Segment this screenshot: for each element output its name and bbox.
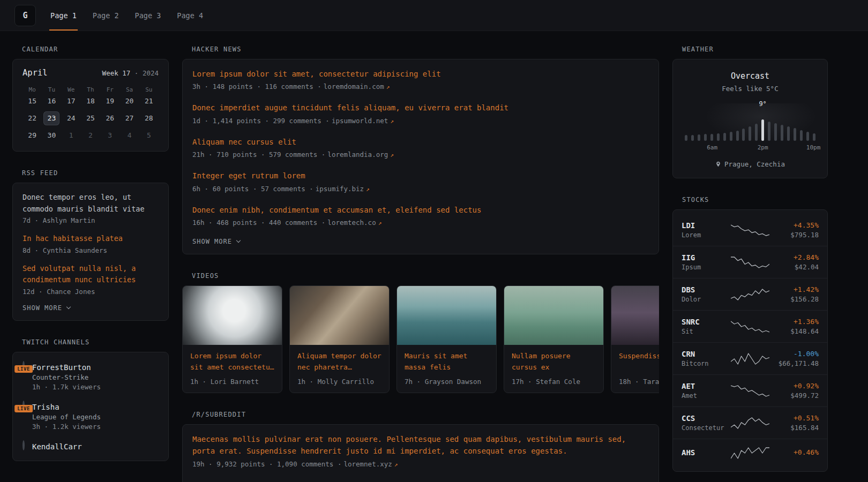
news-item-domain-link[interactable]: ipsumify.biz↗	[316, 185, 370, 193]
news-item: Aliquam nec cursus elit 21h · 710 points…	[192, 136, 649, 159]
weather-bar	[730, 132, 732, 141]
stock-identity: CCS Consectetur	[682, 414, 729, 432]
page-tab[interactable]: Page 2	[92, 0, 120, 31]
twitch-widget: TWITCH CHANNELS LIVE ForrestBurton Count…	[12, 338, 169, 461]
news-item-domain-link[interactable]: loremtech.co↗	[327, 219, 381, 227]
weather-time-label: 6am	[707, 144, 717, 151]
news-item-link[interactable]: Integer eget rutrum lorem	[192, 170, 649, 182]
rss-item-link[interactable]: Sed volutpat nulla nisl, a condimentum n…	[23, 263, 159, 286]
calendar-day-header: Sa	[119, 84, 139, 94]
weather-bar	[813, 133, 815, 141]
stock-name: Sit	[682, 328, 729, 335]
stocks-card: LDI Lorem +4.35% $795.18 IIG Ipsum	[672, 209, 828, 472]
calendar-week-number: Week 17	[102, 69, 131, 77]
twitch-channel[interactable]: KendallCarr	[13, 436, 168, 456]
external-link-icon: ↗	[390, 152, 394, 159]
calendar-day: 2	[83, 129, 99, 142]
videos-widget: VIDEOS Lorem ipsum dolor sit amet consec…	[182, 272, 659, 393]
stock-row: AHS +0.46%	[673, 439, 827, 467]
calendar-month: April	[23, 68, 48, 78]
video-title-link[interactable]: Lorem ipsum dolor sit amet consectetu…	[190, 351, 274, 373]
video-thumbnail[interactable]	[290, 286, 389, 345]
calendar-header: April Week 17 · 2024	[23, 68, 159, 78]
news-item-link[interactable]: Aliquam nec cursus elit	[192, 136, 649, 148]
news-item-domain-link[interactable]: loremdomain.com↗	[324, 82, 390, 91]
stock-values: +4.35% $795.18	[772, 221, 819, 239]
stock-change: +1.36%	[772, 318, 819, 326]
show-more-label: SHOW MORE	[192, 238, 232, 245]
page-tab[interactable]: Page 1	[49, 0, 78, 31]
news-item-link[interactable]: Donec enim nibh, condimentum et accumsan…	[192, 204, 649, 216]
weather-bar	[723, 133, 726, 141]
video-thumbnail[interactable]	[183, 286, 282, 345]
channel-avatar[interactable]: LIVE	[23, 362, 25, 370]
calendar-day: 18	[83, 94, 99, 108]
video-thumbnail[interactable]	[611, 286, 659, 345]
external-link-icon: ↗	[378, 220, 382, 227]
channel-avatar[interactable]	[23, 441, 25, 449]
calendar-day-header: We	[62, 84, 81, 94]
stock-ticker: CCS	[682, 414, 729, 423]
hackernews-show-more-button[interactable]: SHOW MORE	[192, 238, 240, 245]
calendar-day-header: Tu	[42, 84, 61, 94]
left-column: CALENDAR April Week 17 · 2024 MoTuWeThFr…	[12, 46, 169, 479]
app-logo[interactable]: G	[14, 5, 36, 26]
calendar-widget-title: CALENDAR	[22, 46, 169, 53]
channel-name[interactable]: ForrestBurton	[32, 363, 101, 372]
news-item-domain-link[interactable]: loremlandia.org↗	[327, 150, 394, 159]
stock-price: $165.84	[772, 424, 819, 432]
stock-name: Dolor	[682, 296, 729, 303]
external-link-icon: ↗	[390, 118, 394, 125]
weather-card: Overcast Feels like 5°C 9° 6am2pm10pm Pr…	[672, 59, 828, 178]
news-item-domain: ipsumify.biz	[316, 185, 364, 193]
stock-values: +0.46%	[772, 448, 819, 458]
stock-sparkline	[731, 446, 769, 460]
page-tab[interactable]: Page 4	[176, 0, 204, 31]
center-column: HACKER NEWS Lorem ipsum dolor sit amet, …	[182, 46, 659, 482]
rss-item-link[interactable]: In hac habitasse platea	[23, 233, 159, 245]
external-link-icon: ↗	[386, 84, 390, 91]
stock-price: $795.18	[772, 231, 819, 239]
twitch-channel[interactable]: LIVE Trisha League of Legends 3h · 1.2k …	[13, 396, 168, 436]
news-item-stats: 1d · 1,414 points · 299 comments ·	[192, 117, 330, 125]
video-title-link[interactable]: Mauris sit amet massa felis	[405, 351, 489, 373]
news-item-stats: 6h · 60 points · 57 comments ·	[192, 185, 313, 193]
stock-row: SNRC Sit +1.36% $148.64	[673, 310, 827, 342]
stock-values: -1.00% $66,171.48	[772, 350, 819, 367]
weather-bar	[710, 134, 713, 141]
reddit-post-domain-link[interactable]: loremnet.xyz↗	[343, 460, 398, 468]
video-thumbnail[interactable]	[504, 286, 603, 345]
page-tab[interactable]: Page 3	[134, 0, 162, 31]
twitch-channel[interactable]: LIVE ForrestBurton Counter-Strike 1h · 1…	[13, 357, 168, 396]
video-title-link[interactable]: Suspendisse diam	[619, 351, 659, 373]
video-thumbnail[interactable]	[397, 286, 496, 345]
stock-change: +4.35%	[772, 221, 819, 229]
channel-avatar[interactable]: LIVE	[23, 402, 25, 410]
stock-identity: LDI Lorem	[682, 221, 729, 239]
video-card: Mauris sit amet massa felis 7h · Grayson…	[396, 285, 497, 393]
hackernews-widget: HACKER NEWS Lorem ipsum dolor sit amet, …	[182, 46, 659, 254]
video-title-link[interactable]: Nullam posuere cursus ex	[512, 351, 596, 373]
stock-change: +0.51%	[772, 414, 819, 422]
reddit-post-link[interactable]: Maecenas mollis pulvinar erat non posuer…	[192, 433, 649, 457]
chevron-down-icon	[66, 305, 71, 309]
stock-identity: AET Amet	[682, 382, 729, 400]
weather-bar	[787, 126, 790, 141]
news-item: Donec imperdiet augue tincidunt felis al…	[192, 102, 649, 124]
weather-peak-label: 9°	[759, 100, 766, 108]
news-item-link[interactable]: Lorem ipsum dolor sit amet, consectetur …	[192, 68, 649, 80]
channel-name[interactable]: KendallCarr	[32, 442, 82, 451]
rss-item: Sed volutpat nulla nisl, a condimentum n…	[23, 263, 159, 296]
rss-item: Donec tempor eros leo, ut commodo mauris…	[23, 192, 159, 224]
news-item-link[interactable]: Donec imperdiet augue tincidunt felis al…	[192, 102, 649, 114]
stock-name: Bitcorn	[682, 360, 729, 367]
video-title-link[interactable]: Aliquam tempor dolor nec pharetra…	[297, 351, 381, 373]
rss-show-more-button[interactable]: SHOW MORE	[23, 304, 70, 312]
stock-ticker: SNRC	[682, 318, 729, 326]
news-item-domain-link[interactable]: ipsumworld.net↗	[332, 117, 394, 125]
channel-name[interactable]: Trisha	[32, 403, 101, 411]
subreddit-widget: /R/SUBREDDIT Maecenas mollis pulvinar er…	[182, 411, 659, 482]
rss-item-link[interactable]: Donec tempor eros leo, ut commodo mauris…	[23, 192, 159, 215]
calendar-card: April Week 17 · 2024 MoTuWeThFrSaSu 1516…	[12, 59, 169, 152]
weather-condition: Overcast	[680, 71, 820, 81]
